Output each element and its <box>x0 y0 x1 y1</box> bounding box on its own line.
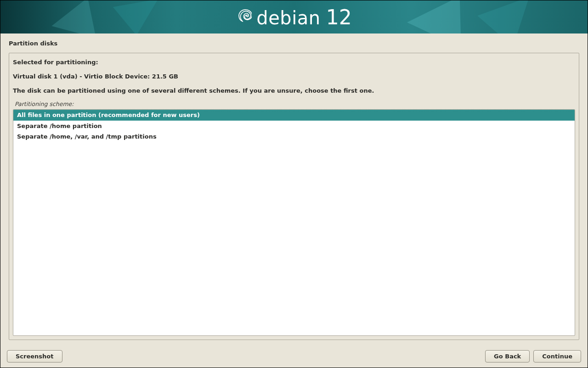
partitioning-scheme-list[interactable]: All files in one partition (recommended … <box>13 109 575 336</box>
decor-triangle <box>407 0 481 33</box>
decor-triangle <box>477 0 543 33</box>
continue-button[interactable]: Continue <box>533 350 581 362</box>
decor-triangle <box>51 0 105 33</box>
disk-description: Virtual disk 1 (vda) - Virtio Block Devi… <box>13 72 575 82</box>
footer-right: Go Back Continue <box>485 350 581 362</box>
brand-name: debian <box>256 7 320 28</box>
partitioning-scheme-option[interactable]: Separate /home partition <box>13 121 575 132</box>
screenshot-button[interactable]: Screenshot <box>7 350 62 362</box>
main-panel: Selected for partitioning: Virtual disk … <box>9 53 579 340</box>
banner: debian 12 <box>0 0 588 33</box>
selected-for-partitioning-label: Selected for partitioning: <box>13 58 575 67</box>
page-title: Partition disks <box>9 40 579 47</box>
go-back-button[interactable]: Go Back <box>485 350 530 362</box>
brand-version: 12 <box>326 6 352 29</box>
installer-window: debian 12 Partition disks Selected for p… <box>0 0 588 368</box>
partitioning-scheme-option[interactable]: Separate /home, /var, and /tmp partition… <box>13 131 575 142</box>
scheme-label: Partitioning scheme: <box>15 100 575 107</box>
decor-triangle <box>113 0 164 33</box>
debian-swirl-icon <box>236 7 252 27</box>
scheme-hint: The disk can be partitioned using one of… <box>13 86 575 96</box>
brand: debian 12 <box>236 6 351 29</box>
content: Partition disks Selected for partitionin… <box>0 33 588 345</box>
footer: Screenshot Go Back Continue <box>0 345 588 368</box>
partitioning-scheme-option[interactable]: All files in one partition (recommended … <box>13 110 575 121</box>
